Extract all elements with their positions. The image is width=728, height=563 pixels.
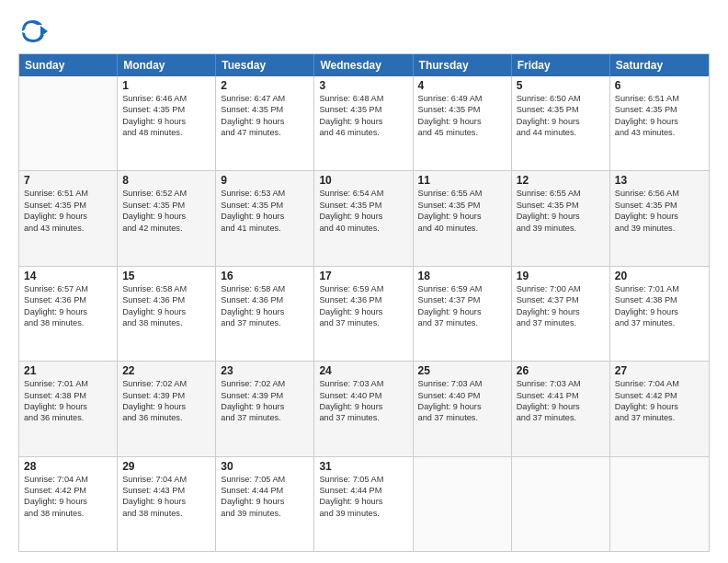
cell-line: and 38 minutes. bbox=[122, 317, 210, 328]
cell-line: and 39 minutes. bbox=[221, 508, 309, 519]
cell-line: Sunset: 4:35 PM bbox=[517, 200, 605, 211]
cell-line: Sunrise: 6:56 AM bbox=[615, 188, 704, 199]
cell-line: Sunrise: 7:01 AM bbox=[24, 378, 112, 389]
cell-line: and 37 minutes. bbox=[221, 412, 309, 423]
cell-line: Daylight: 9 hours bbox=[615, 116, 704, 127]
cell-line: Sunrise: 7:03 AM bbox=[319, 378, 407, 389]
cell-line: Sunset: 4:36 PM bbox=[122, 294, 210, 305]
cell-line: Daylight: 9 hours bbox=[319, 401, 407, 412]
cell-line: Sunset: 4:36 PM bbox=[24, 294, 112, 305]
cell-line: and 43 minutes. bbox=[24, 223, 112, 234]
cell-line: Sunset: 4:35 PM bbox=[319, 200, 407, 211]
cell-line: and 37 minutes. bbox=[615, 412, 704, 423]
day-number: 31 bbox=[319, 460, 407, 473]
cell-line: and 37 minutes. bbox=[517, 412, 605, 423]
day-number: 2 bbox=[221, 79, 309, 92]
cell-line: Sunrise: 7:00 AM bbox=[517, 283, 605, 294]
cell-line: Sunrise: 7:02 AM bbox=[122, 378, 210, 389]
cell-line: Sunset: 4:44 PM bbox=[221, 485, 309, 496]
calendar-cell: 19Sunrise: 7:00 AMSunset: 4:37 PMDayligh… bbox=[512, 267, 610, 361]
cell-line: Sunrise: 6:55 AM bbox=[418, 188, 506, 199]
cell-line: and 38 minutes. bbox=[122, 508, 210, 519]
calendar-cell: 3Sunrise: 6:48 AMSunset: 4:35 PMDaylight… bbox=[314, 76, 413, 170]
cell-line: and 44 minutes. bbox=[517, 127, 605, 138]
calendar-cell bbox=[512, 457, 610, 551]
weekday-header: Thursday bbox=[414, 54, 512, 76]
cell-line: Sunset: 4:35 PM bbox=[221, 104, 309, 115]
cell-line: Daylight: 9 hours bbox=[418, 306, 506, 317]
cell-line: and 37 minutes. bbox=[418, 412, 506, 423]
calendar-cell: 12Sunrise: 6:55 AMSunset: 4:35 PMDayligh… bbox=[512, 171, 610, 265]
day-number: 3 bbox=[319, 79, 407, 92]
cell-line: and 38 minutes. bbox=[24, 317, 112, 328]
cell-line: and 42 minutes. bbox=[122, 223, 210, 234]
cell-line: Sunrise: 7:04 AM bbox=[615, 378, 704, 389]
calendar: SundayMondayTuesdayWednesdayThursdayFrid… bbox=[18, 53, 710, 552]
cell-line: Sunrise: 6:58 AM bbox=[221, 283, 309, 294]
day-number: 25 bbox=[418, 364, 506, 377]
day-number: 15 bbox=[122, 270, 210, 282]
calendar-cell: 25Sunrise: 7:03 AMSunset: 4:40 PMDayligh… bbox=[414, 362, 512, 455]
cell-line: Sunset: 4:37 PM bbox=[418, 294, 506, 305]
cell-line: Sunrise: 7:01 AM bbox=[615, 283, 704, 294]
cell-line: Sunset: 4:35 PM bbox=[615, 200, 704, 211]
calendar-cell: 13Sunrise: 6:56 AMSunset: 4:35 PMDayligh… bbox=[610, 171, 709, 265]
cell-line: Sunrise: 7:03 AM bbox=[517, 378, 605, 389]
day-number: 20 bbox=[615, 270, 704, 282]
calendar-cell: 11Sunrise: 6:55 AMSunset: 4:35 PMDayligh… bbox=[414, 171, 512, 265]
cell-line: Sunset: 4:36 PM bbox=[319, 294, 407, 305]
calendar-cell: 28Sunrise: 7:04 AMSunset: 4:42 PMDayligh… bbox=[19, 457, 118, 551]
calendar-cell: 27Sunrise: 7:04 AMSunset: 4:42 PMDayligh… bbox=[610, 362, 709, 455]
calendar-cell bbox=[19, 76, 118, 170]
calendar-cell: 16Sunrise: 6:58 AMSunset: 4:36 PMDayligh… bbox=[216, 267, 314, 361]
cell-line: Sunrise: 6:57 AM bbox=[24, 283, 112, 294]
page: SundayMondayTuesdayWednesdayThursdayFrid… bbox=[0, 0, 728, 563]
cell-line: Sunset: 4:35 PM bbox=[221, 200, 309, 211]
weekday-header: Saturday bbox=[610, 54, 709, 76]
cell-line: Daylight: 9 hours bbox=[122, 496, 210, 507]
calendar-cell: 10Sunrise: 6:54 AMSunset: 4:35 PMDayligh… bbox=[314, 171, 413, 265]
cell-line: Sunset: 4:39 PM bbox=[221, 390, 309, 401]
cell-line: Sunrise: 6:51 AM bbox=[24, 188, 112, 199]
cell-line: and 41 minutes. bbox=[221, 223, 309, 234]
cell-line: Sunrise: 6:55 AM bbox=[517, 188, 605, 199]
cell-line: Sunrise: 6:48 AM bbox=[319, 93, 407, 104]
calendar-cell: 31Sunrise: 7:05 AMSunset: 4:44 PMDayligh… bbox=[314, 457, 413, 551]
cell-line: Sunset: 4:35 PM bbox=[122, 104, 210, 115]
cell-line: and 37 minutes. bbox=[615, 317, 704, 328]
calendar-cell: 18Sunrise: 6:59 AMSunset: 4:37 PMDayligh… bbox=[414, 267, 512, 361]
day-number: 30 bbox=[221, 460, 309, 473]
cell-line: Sunrise: 6:46 AM bbox=[122, 93, 210, 104]
calendar-cell: 7Sunrise: 6:51 AMSunset: 4:35 PMDaylight… bbox=[19, 171, 118, 265]
cell-line: Sunset: 4:35 PM bbox=[122, 200, 210, 211]
cell-line: Daylight: 9 hours bbox=[221, 306, 309, 317]
cell-line: Sunset: 4:38 PM bbox=[24, 390, 112, 401]
day-number: 23 bbox=[221, 364, 309, 377]
calendar-cell: 22Sunrise: 7:02 AMSunset: 4:39 PMDayligh… bbox=[118, 362, 216, 455]
cell-line: and 37 minutes. bbox=[319, 412, 407, 423]
cell-line: Daylight: 9 hours bbox=[221, 496, 309, 507]
svg-marker-0 bbox=[40, 26, 48, 37]
calendar-cell: 6Sunrise: 6:51 AMSunset: 4:35 PMDaylight… bbox=[610, 76, 709, 170]
calendar-row: 7Sunrise: 6:51 AMSunset: 4:35 PMDaylight… bbox=[19, 170, 709, 265]
cell-line: Sunrise: 7:05 AM bbox=[221, 474, 309, 485]
cell-line: Daylight: 9 hours bbox=[221, 211, 309, 222]
logo bbox=[18, 17, 48, 46]
calendar-cell: 30Sunrise: 7:05 AMSunset: 4:44 PMDayligh… bbox=[216, 457, 314, 551]
cell-line: Daylight: 9 hours bbox=[418, 401, 506, 412]
day-number: 22 bbox=[122, 364, 210, 377]
weekday-header: Sunday bbox=[19, 54, 118, 76]
calendar-row: 21Sunrise: 7:01 AMSunset: 4:38 PMDayligh… bbox=[19, 361, 709, 455]
calendar-cell: 20Sunrise: 7:01 AMSunset: 4:38 PMDayligh… bbox=[610, 267, 709, 361]
cell-line: Daylight: 9 hours bbox=[418, 211, 506, 222]
day-number: 14 bbox=[24, 270, 112, 282]
day-number: 8 bbox=[122, 174, 210, 187]
cell-line: Daylight: 9 hours bbox=[517, 401, 605, 412]
cell-line: and 40 minutes. bbox=[319, 223, 407, 234]
day-number: 17 bbox=[319, 270, 407, 282]
cell-line: Daylight: 9 hours bbox=[122, 306, 210, 317]
day-number: 13 bbox=[615, 174, 704, 187]
cell-line: Sunset: 4:36 PM bbox=[221, 294, 309, 305]
cell-line: and 40 minutes. bbox=[418, 223, 506, 234]
cell-line: Sunset: 4:42 PM bbox=[24, 485, 112, 496]
